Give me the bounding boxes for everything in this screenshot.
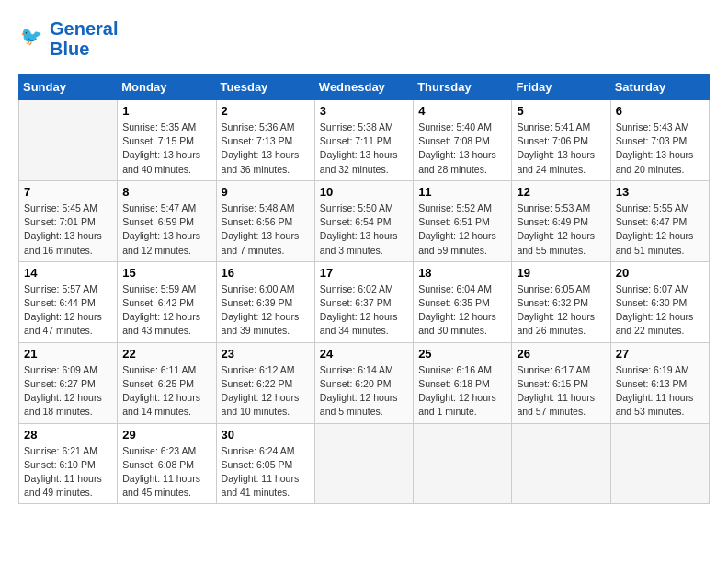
- calendar-cell: 9Sunrise: 5:48 AM Sunset: 6:56 PM Daylig…: [216, 180, 314, 261]
- day-number: 27: [616, 347, 704, 361]
- day-info: Sunrise: 5:47 AM Sunset: 6:59 PM Dayligh…: [122, 201, 210, 258]
- day-info: Sunrise: 5:52 AM Sunset: 6:51 PM Dayligh…: [418, 201, 506, 258]
- calendar-cell: 23Sunrise: 6:12 AM Sunset: 6:22 PM Dayli…: [216, 342, 314, 423]
- day-info: Sunrise: 5:53 AM Sunset: 6:49 PM Dayligh…: [517, 201, 605, 258]
- day-info: Sunrise: 5:38 AM Sunset: 7:11 PM Dayligh…: [320, 121, 408, 177]
- day-number: 6: [616, 104, 704, 118]
- day-info: Sunrise: 5:35 AM Sunset: 7:15 PM Dayligh…: [122, 121, 210, 177]
- day-info: Sunrise: 6:12 AM Sunset: 6:22 PM Dayligh…: [222, 363, 310, 419]
- calendar-cell: 22Sunrise: 6:11 AM Sunset: 6:25 PM Dayli…: [118, 342, 216, 423]
- calendar-cell: 2Sunrise: 5:36 AM Sunset: 7:13 PM Daylig…: [216, 100, 314, 181]
- weekday-header-monday: Monday: [118, 75, 216, 100]
- calendar-header-row: SundayMondayTuesdayWednesdayThursdayFrid…: [19, 75, 710, 100]
- day-info: Sunrise: 6:16 AM Sunset: 6:18 PM Dayligh…: [418, 363, 506, 419]
- calendar-cell: 30Sunrise: 6:24 AM Sunset: 6:05 PM Dayli…: [216, 423, 314, 504]
- calendar-cell: 10Sunrise: 5:50 AM Sunset: 6:54 PM Dayli…: [314, 180, 413, 261]
- calendar-cell: 1Sunrise: 5:35 AM Sunset: 7:15 PM Daylig…: [118, 100, 216, 181]
- calendar-cell: 20Sunrise: 6:07 AM Sunset: 6:30 PM Dayli…: [610, 261, 709, 342]
- day-info: Sunrise: 5:59 AM Sunset: 6:42 PM Dayligh…: [122, 282, 210, 339]
- calendar-cell: 8Sunrise: 5:47 AM Sunset: 6:59 PM Daylig…: [118, 180, 216, 261]
- weekday-header-tuesday: Tuesday: [216, 75, 314, 100]
- day-info: Sunrise: 5:43 AM Sunset: 7:03 PM Dayligh…: [616, 121, 704, 177]
- weekday-header-thursday: Thursday: [414, 75, 512, 100]
- calendar-cell: [512, 423, 610, 504]
- calendar-cell: 27Sunrise: 6:19 AM Sunset: 6:13 PM Dayli…: [610, 342, 709, 423]
- calendar-cell: 4Sunrise: 5:40 AM Sunset: 7:08 PM Daylig…: [414, 100, 512, 181]
- calendar-week-row: 21Sunrise: 6:09 AM Sunset: 6:27 PM Dayli…: [19, 342, 710, 423]
- calendar-cell: 6Sunrise: 5:43 AM Sunset: 7:03 PM Daylig…: [610, 100, 709, 181]
- day-number: 10: [320, 185, 408, 199]
- calendar-cell: 14Sunrise: 5:57 AM Sunset: 6:44 PM Dayli…: [19, 261, 118, 342]
- day-info: Sunrise: 5:45 AM Sunset: 7:01 PM Dayligh…: [24, 201, 112, 258]
- day-number: 14: [24, 266, 112, 280]
- day-info: Sunrise: 5:36 AM Sunset: 7:13 PM Dayligh…: [222, 121, 310, 177]
- calendar-cell: 16Sunrise: 6:00 AM Sunset: 6:39 PM Dayli…: [216, 261, 314, 342]
- calendar-cell: 15Sunrise: 5:59 AM Sunset: 6:42 PM Dayli…: [118, 261, 216, 342]
- day-number: 9: [222, 185, 310, 199]
- day-number: 19: [517, 266, 605, 280]
- calendar-week-row: 14Sunrise: 5:57 AM Sunset: 6:44 PM Dayli…: [19, 261, 710, 342]
- calendar-cell: 29Sunrise: 6:23 AM Sunset: 6:08 PM Dayli…: [118, 423, 216, 504]
- weekday-header-wednesday: Wednesday: [314, 75, 413, 100]
- calendar-cell: 18Sunrise: 6:04 AM Sunset: 6:35 PM Dayli…: [414, 261, 512, 342]
- day-number: 13: [616, 185, 704, 199]
- page-header: 🐦 General Blue: [18, 18, 710, 59]
- day-number: 12: [517, 185, 605, 199]
- calendar-cell: 19Sunrise: 6:05 AM Sunset: 6:32 PM Dayli…: [512, 261, 610, 342]
- day-info: Sunrise: 5:40 AM Sunset: 7:08 PM Dayligh…: [418, 121, 506, 177]
- calendar-cell: 3Sunrise: 5:38 AM Sunset: 7:11 PM Daylig…: [314, 100, 413, 181]
- day-number: 21: [24, 347, 112, 361]
- day-number: 16: [222, 266, 310, 280]
- calendar-cell: [414, 423, 512, 504]
- calendar-cell: 25Sunrise: 6:16 AM Sunset: 6:18 PM Dayli…: [414, 342, 512, 423]
- svg-text:🐦: 🐦: [20, 25, 43, 47]
- weekday-header-saturday: Saturday: [610, 75, 709, 100]
- day-info: Sunrise: 6:11 AM Sunset: 6:25 PM Dayligh…: [122, 363, 210, 419]
- day-number: 23: [222, 347, 310, 361]
- day-number: 5: [517, 104, 605, 118]
- day-info: Sunrise: 6:21 AM Sunset: 6:10 PM Dayligh…: [24, 444, 112, 500]
- day-info: Sunrise: 6:19 AM Sunset: 6:13 PM Dayligh…: [616, 363, 704, 419]
- weekday-header-friday: Friday: [512, 75, 610, 100]
- day-info: Sunrise: 5:50 AM Sunset: 6:54 PM Dayligh…: [320, 201, 408, 258]
- day-number: 18: [418, 266, 506, 280]
- day-number: 15: [122, 266, 210, 280]
- calendar-week-row: 1Sunrise: 5:35 AM Sunset: 7:15 PM Daylig…: [19, 100, 710, 181]
- day-info: Sunrise: 6:24 AM Sunset: 6:05 PM Dayligh…: [222, 444, 310, 500]
- weekday-header-sunday: Sunday: [19, 75, 118, 100]
- calendar-cell: [19, 100, 118, 181]
- day-number: 22: [122, 347, 210, 361]
- day-info: Sunrise: 5:48 AM Sunset: 6:56 PM Dayligh…: [222, 201, 310, 258]
- calendar-cell: 28Sunrise: 6:21 AM Sunset: 6:10 PM Dayli…: [19, 423, 118, 504]
- day-info: Sunrise: 6:05 AM Sunset: 6:32 PM Dayligh…: [517, 282, 605, 339]
- calendar-cell: 11Sunrise: 5:52 AM Sunset: 6:51 PM Dayli…: [414, 180, 512, 261]
- day-info: Sunrise: 6:23 AM Sunset: 6:08 PM Dayligh…: [122, 444, 210, 500]
- logo: 🐦 General Blue: [18, 18, 118, 59]
- calendar-cell: 5Sunrise: 5:41 AM Sunset: 7:06 PM Daylig…: [512, 100, 610, 181]
- day-number: 11: [418, 185, 506, 199]
- day-number: 24: [320, 347, 408, 361]
- day-number: 1: [122, 104, 210, 118]
- calendar-table: SundayMondayTuesdayWednesdayThursdayFrid…: [18, 74, 710, 504]
- calendar-cell: 26Sunrise: 6:17 AM Sunset: 6:15 PM Dayli…: [512, 342, 610, 423]
- calendar-week-row: 7Sunrise: 5:45 AM Sunset: 7:01 PM Daylig…: [19, 180, 710, 261]
- day-info: Sunrise: 6:14 AM Sunset: 6:20 PM Dayligh…: [320, 363, 408, 419]
- day-info: Sunrise: 6:02 AM Sunset: 6:37 PM Dayligh…: [320, 282, 408, 339]
- day-number: 25: [418, 347, 506, 361]
- day-number: 8: [122, 185, 210, 199]
- day-info: Sunrise: 6:17 AM Sunset: 6:15 PM Dayligh…: [517, 363, 605, 419]
- day-number: 2: [222, 104, 310, 118]
- day-number: 17: [320, 266, 408, 280]
- day-info: Sunrise: 5:57 AM Sunset: 6:44 PM Dayligh…: [24, 282, 112, 339]
- day-info: Sunrise: 5:41 AM Sunset: 7:06 PM Dayligh…: [517, 121, 605, 177]
- calendar-week-row: 28Sunrise: 6:21 AM Sunset: 6:10 PM Dayli…: [19, 423, 710, 504]
- day-number: 20: [616, 266, 704, 280]
- logo-text: General Blue: [50, 18, 118, 59]
- day-info: Sunrise: 5:55 AM Sunset: 6:47 PM Dayligh…: [616, 201, 704, 258]
- day-number: 30: [222, 428, 310, 442]
- calendar-cell: 13Sunrise: 5:55 AM Sunset: 6:47 PM Dayli…: [610, 180, 709, 261]
- calendar-cell: 24Sunrise: 6:14 AM Sunset: 6:20 PM Dayli…: [314, 342, 413, 423]
- day-number: 3: [320, 104, 408, 118]
- day-number: 7: [24, 185, 112, 199]
- day-number: 28: [24, 428, 112, 442]
